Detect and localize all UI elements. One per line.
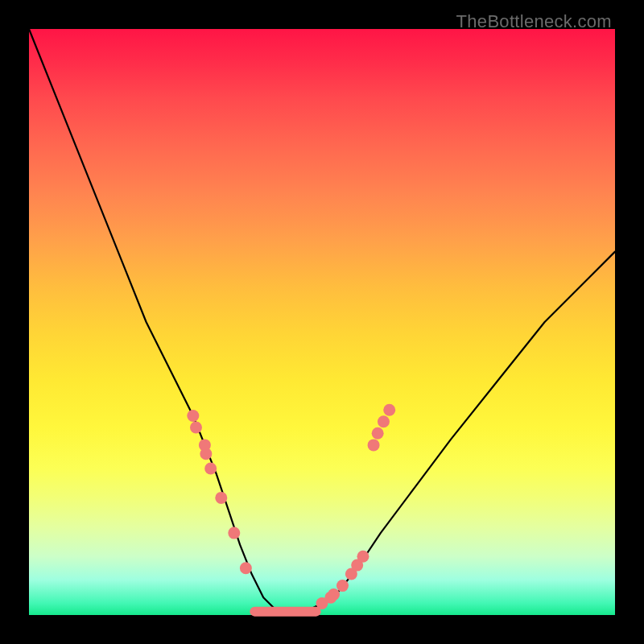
svg-point-7 — [228, 527, 240, 539]
svg-point-4 — [200, 448, 212, 460]
chart-overlay — [29, 29, 615, 615]
svg-point-15 — [357, 551, 369, 563]
svg-point-17 — [372, 427, 384, 440]
svg-point-18 — [378, 415, 390, 427]
svg-point-6 — [215, 492, 227, 504]
svg-point-11 — [328, 588, 340, 601]
svg-point-5 — [204, 463, 217, 475]
svg-point-8 — [240, 562, 252, 574]
marker-cluster-right — [316, 404, 396, 609]
svg-point-16 — [368, 439, 380, 451]
svg-point-2 — [190, 422, 202, 434]
svg-point-19 — [383, 404, 395, 416]
svg-point-12 — [336, 580, 349, 592]
svg-point-1 — [187, 410, 199, 422]
bottleneck-curve — [29, 29, 615, 612]
